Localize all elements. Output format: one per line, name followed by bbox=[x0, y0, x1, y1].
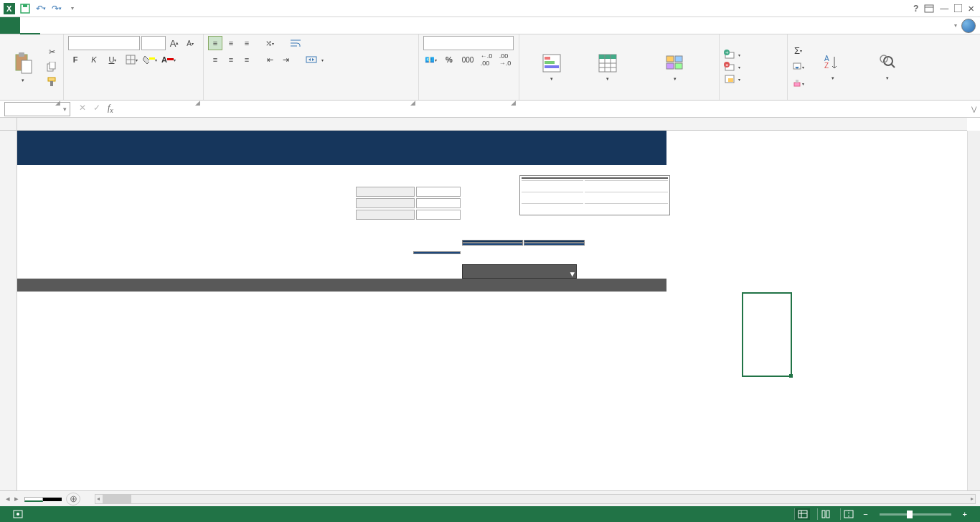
tab-data[interactable] bbox=[100, 17, 121, 34]
svg-text:💶: 💶 bbox=[425, 55, 435, 65]
italic-button[interactable]: K bbox=[87, 52, 101, 67]
border-icon[interactable]: ▾ bbox=[124, 52, 138, 67]
redo-icon[interactable]: ↷▾ bbox=[50, 2, 63, 15]
view-normal-icon[interactable] bbox=[794, 508, 810, 520]
insert-cells-button[interactable]: + ▾ bbox=[724, 50, 740, 60]
align-right-icon[interactable]: ≡ bbox=[240, 52, 254, 67]
format-cells-button[interactable]: ▾ bbox=[724, 74, 740, 84]
increase-decimal-icon[interactable]: ←.0.00 bbox=[479, 52, 494, 67]
add-sheet-button[interactable]: ⊕ bbox=[66, 493, 80, 505]
qat-customize-icon[interactable]: ▾ bbox=[66, 2, 79, 15]
cells-area[interactable]: ▾ bbox=[17, 131, 967, 490]
tab-start[interactable] bbox=[20, 17, 40, 34]
sheet-nav-next-icon[interactable]: ▸ bbox=[14, 494, 19, 503]
sheet-tab-active[interactable] bbox=[24, 497, 43, 502]
autosum-icon[interactable]: Σ ▾ bbox=[792, 43, 804, 57]
spreadsheet-grid[interactable]: ▾ bbox=[0, 118, 980, 490]
align-top-icon[interactable]: ≡ bbox=[208, 36, 222, 50]
align-middle-icon[interactable]: ≡ bbox=[224, 36, 238, 50]
zoom-slider[interactable] bbox=[880, 513, 951, 516]
clear-icon[interactable]: ▾ bbox=[792, 76, 804, 90]
decrease-indent-icon[interactable]: ⇤ bbox=[263, 52, 277, 67]
svg-rect-32 bbox=[666, 56, 674, 62]
conditional-formatting-button[interactable]: ▾ bbox=[524, 52, 580, 82]
increase-font-icon[interactable]: A▴ bbox=[167, 36, 182, 50]
expand-formula-bar-icon[interactable]: ⋁ bbox=[967, 106, 980, 113]
orientation-icon[interactable]: ⤭▾ bbox=[263, 36, 277, 50]
svg-rect-3 bbox=[23, 4, 27, 7]
find-select-button[interactable]: ▾ bbox=[862, 52, 913, 81]
comma-icon[interactable]: 000 bbox=[461, 52, 475, 67]
undo-icon[interactable]: ↶▾ bbox=[34, 2, 47, 15]
tab-formulas[interactable] bbox=[80, 17, 100, 34]
currency-icon[interactable]: 💶▾ bbox=[423, 52, 438, 67]
sort-filter-button[interactable]: AZ ▾ bbox=[807, 52, 859, 81]
help-icon[interactable]: ? bbox=[913, 4, 918, 14]
align-left-icon[interactable]: ≡ bbox=[208, 52, 222, 67]
sheet-nav[interactable]: ◂▸ bbox=[0, 494, 24, 503]
fx-icon[interactable]: fx bbox=[108, 103, 113, 114]
format-as-table-button[interactable]: ▾ bbox=[583, 52, 633, 82]
sheet-nav-prev-icon[interactable]: ◂ bbox=[6, 494, 10, 503]
increase-indent-icon[interactable]: ⇥ bbox=[278, 52, 293, 67]
vertical-scrollbar[interactable] bbox=[967, 131, 980, 490]
font-size-input[interactable] bbox=[141, 36, 166, 50]
cell-styles-button[interactable]: ▾ bbox=[636, 52, 715, 82]
zoom-out-button[interactable]: − bbox=[863, 510, 867, 518]
tab-view[interactable] bbox=[141, 17, 161, 34]
select-all-corner[interactable] bbox=[0, 118, 17, 131]
number-format-select[interactable] bbox=[423, 36, 514, 50]
copy-icon[interactable] bbox=[44, 60, 59, 74]
tab-pagelayout[interactable] bbox=[60, 17, 80, 34]
dialog-launcher-icon[interactable]: ◢ bbox=[195, 99, 200, 106]
bold-button[interactable]: F bbox=[68, 52, 83, 67]
fill-icon[interactable]: ▾ bbox=[792, 60, 804, 74]
zoom-in-button[interactable]: + bbox=[963, 510, 967, 518]
dialog-launcher-icon[interactable]: ◢ bbox=[511, 99, 516, 106]
svg-rect-9 bbox=[22, 60, 32, 73]
view-pagebreak-icon[interactable] bbox=[840, 508, 856, 520]
group-number: 💶▾ % 000 ←.0.00 .00→.0 ◢ bbox=[419, 34, 519, 100]
cut-icon[interactable]: ✂ bbox=[44, 45, 59, 59]
fill-color-icon[interactable]: ▾ bbox=[143, 52, 157, 67]
svg-rect-25 bbox=[545, 65, 559, 68]
percent-icon[interactable]: % bbox=[442, 52, 456, 67]
formula-input[interactable] bbox=[122, 102, 967, 116]
decrease-font-icon[interactable]: A▾ bbox=[183, 36, 197, 50]
underline-button[interactable]: U▾ bbox=[105, 52, 120, 67]
row-headers[interactable] bbox=[0, 131, 17, 490]
sheet-tab-kurzinfo[interactable] bbox=[43, 498, 62, 501]
align-bottom-icon[interactable]: ≡ bbox=[240, 36, 254, 50]
ribbon-options-icon[interactable] bbox=[924, 4, 934, 13]
maximize-icon[interactable] bbox=[954, 4, 962, 12]
save-icon[interactable] bbox=[19, 2, 32, 15]
align-center-icon[interactable]: ≡ bbox=[224, 52, 238, 67]
paste-button[interactable]: ▾ bbox=[4, 50, 42, 83]
status-bar: − + bbox=[0, 506, 980, 522]
delete-cells-button[interactable]: × ▾ bbox=[724, 62, 740, 72]
dialog-launcher-icon[interactable]: ◢ bbox=[410, 99, 415, 106]
filter-dropdown-icon[interactable]: ▾ bbox=[570, 266, 575, 281]
wrap-text-icon[interactable] bbox=[288, 36, 303, 50]
format-painter-icon[interactable] bbox=[44, 75, 59, 89]
tab-insert[interactable] bbox=[40, 17, 60, 34]
macro-record-icon[interactable] bbox=[13, 510, 23, 518]
font-name-input[interactable] bbox=[68, 36, 140, 50]
close-icon[interactable]: × bbox=[968, 2, 974, 14]
merge-icon[interactable] bbox=[304, 52, 319, 67]
user-account[interactable]: ▾ bbox=[946, 17, 980, 34]
minimize-icon[interactable]: — bbox=[940, 4, 948, 14]
tab-file[interactable] bbox=[0, 17, 20, 34]
column-headers[interactable] bbox=[17, 118, 967, 131]
project-info-table bbox=[354, 185, 462, 221]
decrease-decimal-icon[interactable]: .00→.0 bbox=[498, 52, 512, 67]
window-controls: ? — × bbox=[908, 2, 980, 14]
tab-review[interactable] bbox=[121, 17, 141, 34]
name-box[interactable]: ▾ bbox=[4, 102, 70, 116]
horizontal-scrollbar[interactable]: ◂▸ bbox=[95, 494, 976, 504]
view-pagelayout-icon[interactable] bbox=[817, 508, 833, 520]
dialog-launcher-icon[interactable]: ◢ bbox=[55, 99, 60, 106]
svg-rect-58 bbox=[826, 511, 829, 518]
font-color-icon[interactable]: A▾ bbox=[161, 52, 176, 67]
sheet-banner bbox=[17, 131, 666, 165]
